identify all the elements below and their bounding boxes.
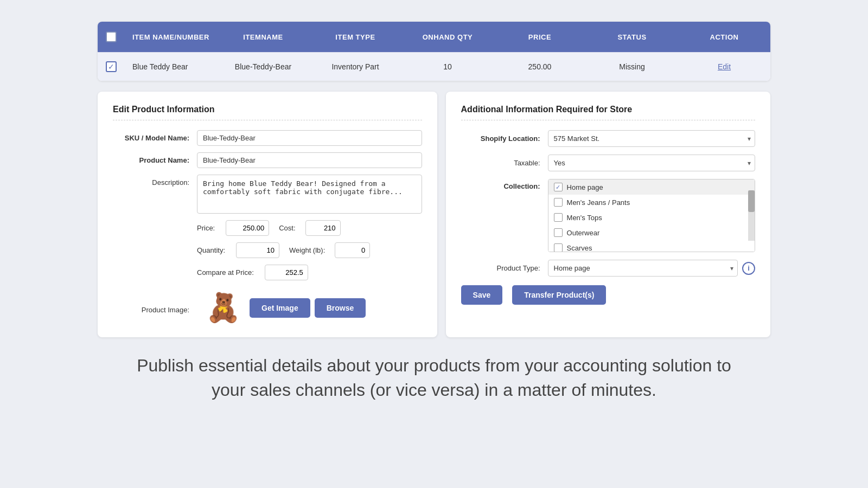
row-itemname: Blue-Teddy-Bear [217,53,309,81]
product-type-select[interactable]: Home page [548,260,738,277]
transfer-products-button[interactable]: Transfer Product(s) [512,285,606,305]
header-action: ACTION [678,22,770,52]
compare-price-input[interactable] [265,265,308,280]
collection-item-tops[interactable]: Men's Tops [548,210,755,225]
cost-label: Cost: [275,224,299,232]
weight-input[interactable] [335,242,370,258]
collection-checkbox-scarves[interactable] [554,243,563,252]
row-onhand-qty: 10 [401,53,494,81]
price-label: Price: [197,224,220,232]
product-name-label: Product Name: [113,152,197,164]
price-input[interactable] [226,220,269,236]
table-header: ITEM NAME/NUMBER ITEMNAME ITEM TYPE ONHA… [98,22,770,52]
product-type-select-wrapper: Home page ▾ [548,260,738,277]
sku-label: SKU / Model Name: [113,130,197,142]
row-status: Missing [586,53,678,81]
collection-checkbox-jeans[interactable] [554,198,563,207]
inventory-table: ITEM NAME/NUMBER ITEMNAME ITEM TYPE ONHA… [98,22,770,81]
collection-scrollbar[interactable] [748,190,755,241]
collection-label-scarves: Scarves [567,244,592,252]
collection-row: Collection: ✓ Home page Men's Jeans / Pa… [461,179,755,252]
header-status: STATUS [586,22,678,52]
shopify-location-row: Shopify Location: 575 Market St. ▾ [461,130,755,147]
collection-label-tops: Men's Tops [567,214,602,222]
product-name-input[interactable] [197,152,422,168]
collection-list: ✓ Home page Men's Jeans / Pants Men's To… [548,179,755,252]
taxable-label: Taxable: [461,159,548,167]
additional-info-title: Additional Information Required for Stor… [461,105,755,120]
header-price: PRICE [494,22,586,52]
description-label: Description: [113,175,197,187]
collection-item-homepage[interactable]: ✓ Home page [548,179,755,195]
row-checkbox[interactable]: ✓ [106,61,117,72]
description-row: Description: [113,175,422,214]
row-item-type: Inventory Part [309,53,401,81]
collection-item-scarves[interactable]: Scarves [548,240,755,252]
sku-row: SKU / Model Name: [113,130,422,146]
save-button[interactable]: Save [461,285,503,305]
edit-product-card: Edit Product Information SKU / Model Nam… [98,92,437,337]
collection-label-homepage: Home page [567,183,603,191]
header-item-name: ITEM NAME/NUMBER [125,22,217,52]
get-image-button[interactable]: Get Image [250,298,310,318]
compare-price-label: Compare at Price: [197,268,259,277]
collection-label-outerwear: Outerwear [567,229,600,237]
forms-section: Edit Product Information SKU / Model Nam… [98,92,770,337]
product-type-row: Product Type: Home page ▾ i [461,260,755,277]
action-buttons: Save Transfer Product(s) [461,285,755,305]
row-price: 250.00 [494,53,586,81]
weight-label: Weight (lb): [285,246,329,254]
taxable-select[interactable]: Yes No [548,155,755,171]
info-icon[interactable]: i [742,262,755,275]
sku-input[interactable] [197,130,422,146]
quantity-input[interactable] [236,242,279,258]
description-textarea[interactable] [197,175,422,214]
cost-input[interactable] [305,220,341,236]
edit-product-title: Edit Product Information [113,105,422,120]
product-image-label: Product Image: [113,302,197,314]
shopify-location-label: Shopify Location: [461,134,548,143]
collection-scrollbar-thumb [748,190,755,212]
product-type-label: Product Type: [461,264,548,272]
tagline: Publish essential details about your pro… [136,354,732,402]
teddy-bear-image: 🧸 [206,291,241,324]
header-checkbox[interactable] [106,31,117,42]
header-item-type: ITEM TYPE [309,22,401,52]
row-action[interactable]: Edit [678,53,770,81]
collection-label: Collection: [461,179,548,190]
taxable-row: Taxable: Yes No ▾ [461,155,755,171]
shopify-location-select[interactable]: 575 Market St. [548,130,755,147]
header-onhand-qty: ONHAND QTY [401,22,494,52]
collection-checkbox-homepage[interactable]: ✓ [554,183,563,191]
collection-checkbox-tops[interactable] [554,213,563,222]
collection-item-outerwear[interactable]: Outerwear [548,225,755,240]
collection-label-jeans: Men's Jeans / Pants [567,198,630,207]
table-row: ✓ Blue Teddy Bear Blue-Teddy-Bear Invent… [98,52,770,81]
collection-checkbox-outerwear[interactable] [554,228,563,237]
header-itemname: ITEMNAME [217,22,309,52]
taxable-select-wrapper: Yes No ▾ [548,155,755,171]
shopify-location-select-wrapper: 575 Market St. ▾ [548,130,755,147]
row-checkbox-cell: ✓ [98,53,125,81]
product-image-row: Product Image: 🧸 Get Image Browse [113,291,422,324]
quantity-label: Quantity: [197,246,231,254]
additional-info-card: Additional Information Required for Stor… [446,92,770,337]
collection-item-jeans[interactable]: Men's Jeans / Pants [548,195,755,210]
row-item-name: Blue Teddy Bear [125,53,217,81]
browse-button[interactable]: Browse [315,298,366,318]
edit-link[interactable]: Edit [718,62,731,71]
product-name-row: Product Name: [113,152,422,168]
header-checkbox-cell [98,22,125,52]
